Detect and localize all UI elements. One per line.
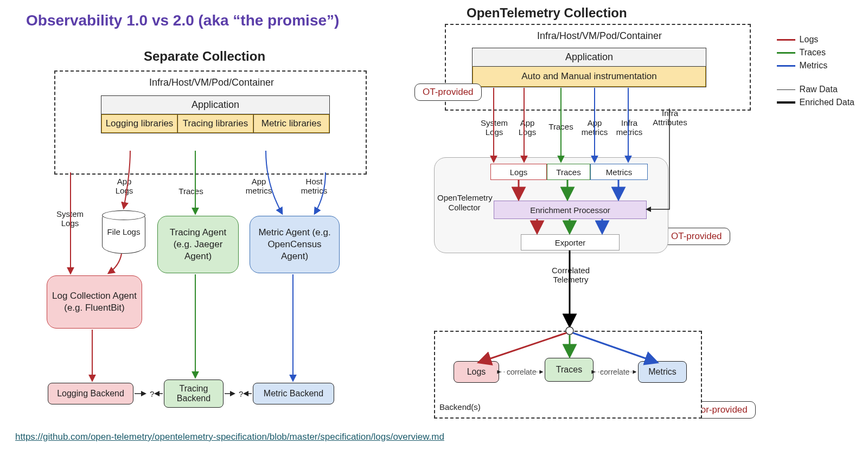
correlated-label: Correlated Telemetry: [544, 266, 598, 285]
flow-system-logs: System Logs: [51, 209, 89, 228]
flow-traces: Traces: [175, 187, 207, 196]
metric-agent-box: Metric Agent (e.g. OpenCensus Agent): [250, 216, 340, 273]
legend-enriched: Enriched Data: [777, 98, 854, 107]
left-application-box: Application Logging libraries Tracing li…: [101, 95, 330, 133]
backends-label: Backend(s): [439, 402, 488, 412]
right-application-box: Application Auto and Manual instrumentat…: [472, 48, 706, 87]
correlate-1: correlate: [507, 368, 536, 376]
backend-logs: Logs: [454, 361, 499, 383]
metric-backend-box: Metric Backend: [253, 383, 334, 404]
correlate-2: correlate: [600, 368, 629, 376]
logging-lib-cell: Logging libraries: [101, 114, 177, 133]
flow-host-metrics: Host metrics: [297, 177, 331, 196]
rflow-system-logs: System Logs: [477, 118, 511, 137]
exporter-box: Exporter: [521, 234, 620, 250]
legend-logs: Logs: [777, 35, 854, 44]
right-application-header: Application: [473, 48, 706, 66]
rflow-infra-metrics: Infra metrics: [614, 118, 644, 137]
source-link[interactable]: https://github.com/open-telemetry/opente…: [15, 432, 444, 442]
file-logs-cylinder: File Logs: [102, 210, 145, 254]
trace-agent-box: Tracing Agent (e.g. Jaeger Agent): [157, 216, 239, 273]
right-infra-label: Infra/Host/VM/Pod/Container: [532, 30, 667, 42]
left-infra-label: Infra/Host/VM/Pod/Container: [146, 77, 277, 88]
collector-metrics: Metrics: [590, 164, 648, 180]
instrumentation-row: Auto and Manual instrumentation: [473, 66, 706, 87]
page-title: Observability 1.0 vs 2.0 (aka “the promi…: [26, 12, 339, 29]
right-diagram-title: OpenTelemetry Collection: [467, 5, 627, 21]
rflow-app-metrics: App metrics: [579, 118, 610, 137]
metric-lib-cell: Metric libraries: [253, 114, 329, 133]
log-agent-box: Log Collection Agent (e.g. FluentBit): [47, 275, 142, 329]
tracing-lib-cell: Tracing libraries: [177, 114, 253, 133]
backend-traces: Traces: [545, 358, 593, 382]
enrichment-processor: Enrichment Processor: [494, 201, 647, 219]
legend-raw: Raw Data: [777, 85, 854, 94]
collector-label: OpenTelemetry Collector: [437, 193, 492, 213]
rflow-traces: Traces: [546, 122, 576, 131]
rflow-app-logs: App Logs: [514, 118, 540, 137]
legend-traces: Traces: [777, 48, 854, 57]
collector-logs: Logs: [490, 164, 547, 180]
callout-ot-2: OT-provided: [663, 228, 730, 245]
callout-ot-1: OT-provided: [414, 83, 482, 101]
log-backend-box: Logging Backend: [48, 383, 133, 404]
legend-metrics: Metrics: [777, 61, 854, 70]
flow-app-logs: App Logs: [111, 177, 138, 196]
backend-metrics: Metrics: [638, 361, 687, 383]
flow-app-metrics: App metrics: [242, 177, 276, 196]
rflow-infra-attrs: Infra Attributes: [651, 108, 689, 127]
collector-traces: Traces: [547, 164, 590, 180]
diagram-root: Observability 1.0 vs 2.0 (aka “the promi…: [0, 0, 868, 450]
legend: Logs Traces Metrics Raw Data Enriched Da…: [777, 31, 854, 111]
left-diagram-title: Separate Collection: [144, 49, 265, 64]
question-1: ?: [150, 389, 154, 398]
left-lib-row: Logging libraries Tracing libraries Metr…: [101, 114, 329, 133]
trace-backend-box: Tracing Backend: [164, 380, 224, 408]
left-application-header: Application: [101, 96, 329, 114]
question-2: ?: [239, 389, 243, 398]
